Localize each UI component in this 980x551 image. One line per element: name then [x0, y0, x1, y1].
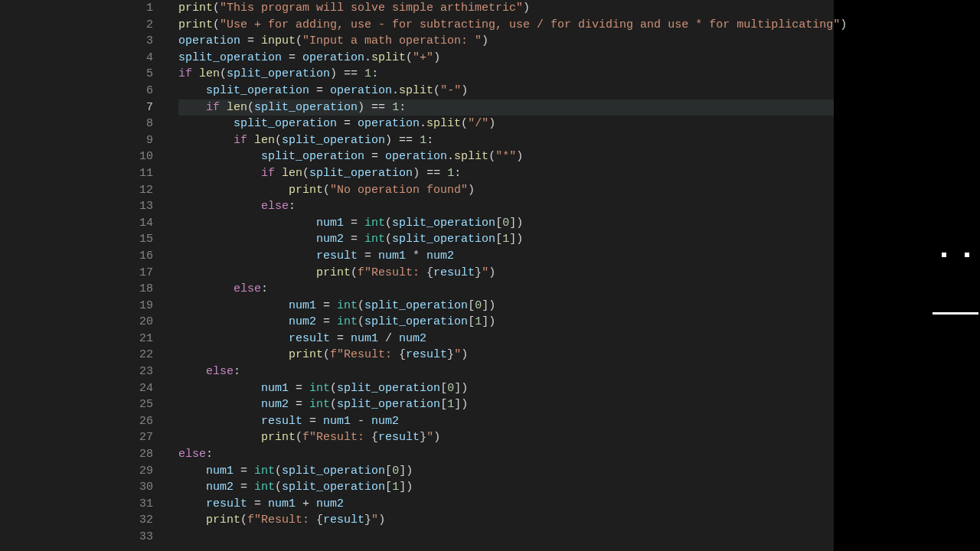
line-number: 29	[132, 463, 159, 480]
code-line[interactable]: num2 = int(split_operation[1])	[178, 314, 834, 331]
line-number: 10	[132, 148, 159, 165]
line-number: 21	[132, 331, 159, 347]
line-number: 12	[132, 182, 159, 199]
code-line[interactable]: else:	[178, 364, 834, 380]
line-number: 13	[132, 198, 159, 215]
line-number: 32	[132, 512, 159, 529]
code-line[interactable]: num1 = int(split_operation[0])	[178, 380, 834, 397]
code-line[interactable]: num1 = int(split_operation[0])	[178, 298, 834, 315]
line-number: 16	[132, 248, 159, 265]
code-line[interactable]: num1 = int(split_operation[0])	[178, 215, 834, 232]
line-number: 25	[132, 396, 159, 413]
line-number: 26	[132, 413, 159, 430]
line-number: 19	[132, 298, 159, 315]
line-number: 20	[132, 314, 159, 331]
line-number: 28	[132, 446, 159, 463]
code-line[interactable]: result = num1 * num2	[178, 248, 834, 265]
line-number: 27	[132, 429, 159, 446]
code-line[interactable]: print(f"Result: {result}")	[178, 347, 834, 364]
code-line[interactable]: operation = input("Input a math operatio…	[178, 33, 834, 50]
code-line[interactable]: else:	[178, 281, 834, 298]
line-number: 31	[132, 496, 159, 513]
code-line[interactable]: result = num1 / num2	[178, 331, 834, 347]
line-number-gutter: 1234567891011121314151617181920212223242…	[132, 0, 159, 546]
code-line[interactable]: print("No operation found")	[178, 182, 834, 199]
line-number: 5	[132, 66, 159, 83]
code-line[interactable]: num2 = int(split_operation[1])	[178, 479, 834, 496]
line-number: 23	[132, 364, 159, 380]
line-number: 8	[132, 116, 159, 132]
line-number: 11	[132, 165, 159, 182]
code-line[interactable]: num2 = int(split_operation[1])	[178, 396, 834, 413]
face-eye-left	[942, 253, 946, 257]
line-number: 3	[132, 33, 159, 50]
code-line[interactable]: print(f"Result: {result}")	[178, 512, 834, 529]
line-number: 2	[132, 17, 159, 34]
line-number: 22	[132, 347, 159, 364]
code-editor[interactable]: 1234567891011121314151617181920212223242…	[0, 0, 834, 551]
code-line[interactable]: split_operation = operation.split("*")	[178, 148, 834, 165]
line-number: 17	[132, 265, 159, 282]
code-line[interactable]: split_operation = operation.split("/")	[178, 116, 834, 132]
code-line[interactable]: num1 = int(split_operation[0])	[178, 463, 834, 480]
code-line[interactable]: else:	[178, 446, 834, 463]
code-line[interactable]: if len(split_operation) == 1:	[178, 132, 834, 149]
code-line[interactable]: split_operation = operation.split("+")	[178, 50, 834, 67]
line-number: 1	[132, 0, 159, 17]
code-line[interactable]: if len(split_operation) == 1:	[178, 165, 834, 182]
code-line[interactable]: print(f"Result: {result}")	[178, 429, 834, 446]
line-number: 9	[132, 132, 159, 149]
line-number: 33	[132, 529, 159, 546]
line-number: 7	[132, 99, 159, 116]
line-number: 18	[132, 281, 159, 298]
code-line[interactable]: else:	[178, 198, 834, 215]
code-line[interactable]: print("Use + for adding, use - for subtr…	[178, 17, 834, 34]
line-number: 6	[132, 83, 159, 99]
line-number: 30	[132, 479, 159, 496]
face-eye-right	[965, 253, 969, 257]
line-number: 15	[132, 231, 159, 248]
code-line[interactable]: num2 = int(split_operation[1])	[178, 231, 834, 248]
line-number: 24	[132, 380, 159, 397]
line-number: 14	[132, 215, 159, 232]
code-line[interactable]: result = num1 + num2	[178, 496, 834, 513]
code-line[interactable]: if len(split_operation) == 1:	[178, 99, 834, 116]
code-line[interactable]: print(f"Result: {result}")	[178, 265, 834, 282]
code-line[interactable]: split_operation = operation.split("-")	[178, 83, 834, 99]
line-number: 4	[132, 50, 159, 67]
code-line[interactable]: result = num1 - num2	[178, 413, 834, 430]
code-content[interactable]: print("This program will solve simple ar…	[178, 0, 834, 546]
code-line[interactable]: print("This program will solve simple ar…	[178, 0, 834, 17]
face-mouth	[933, 312, 978, 315]
code-line[interactable]	[178, 529, 834, 546]
code-line[interactable]: if len(split_operation) == 1:	[178, 66, 834, 83]
